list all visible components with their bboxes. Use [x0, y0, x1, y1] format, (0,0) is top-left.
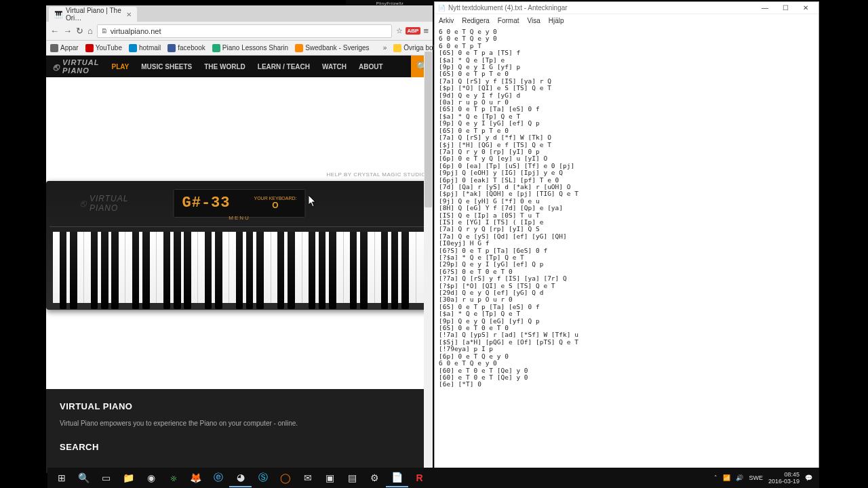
notifications-icon[interactable]: 💬: [805, 474, 812, 481]
black-key[interactable]: [163, 232, 170, 309]
logo-deco-icon: ⎋: [80, 197, 87, 209]
explorer-icon[interactable]: 📁: [117, 468, 140, 487]
address-bar[interactable]: 🗎 virtualpiano.net: [97, 24, 392, 38]
app-icon[interactable]: ▣: [319, 468, 341, 487]
maximize-icon[interactable]: ☐: [775, 4, 795, 12]
black-key[interactable]: [205, 232, 212, 309]
back-icon[interactable]: ←: [50, 26, 59, 36]
steam-icon[interactable]: ◉: [140, 468, 162, 487]
minimize-icon[interactable]: —: [755, 4, 775, 12]
close-icon[interactable]: ✕: [795, 4, 816, 12]
black-key[interactable]: [142, 232, 149, 309]
black-key[interactable]: [60, 232, 66, 309]
notepad-menubar: Arkiv Redigera Format Visa Hjälp: [435, 14, 818, 27]
nav-watch[interactable]: WATCH: [322, 63, 347, 70]
roblox-icon[interactable]: R: [408, 468, 431, 487]
black-key[interactable]: [401, 232, 408, 309]
black-key[interactable]: [309, 232, 315, 309]
file-icon: 🗎: [101, 27, 108, 35]
bookmark-swedbank[interactable]: Swedbank - Sveriges: [295, 44, 370, 52]
razer-icon[interactable]: ⨳: [162, 468, 184, 487]
site-nav: ⎋ VIRTUALPIANO PLAY MUSIC SHEETS THE WOR…: [46, 56, 433, 77]
start-button[interactable]: ⊞: [50, 468, 73, 487]
menu-arkiv[interactable]: Arkiv: [439, 17, 454, 24]
mail-icon[interactable]: ✉: [296, 468, 319, 487]
bookmark-piano-lessons[interactable]: Piano Lessons Sharin: [212, 44, 288, 52]
bookmark-facebook[interactable]: facebook: [167, 44, 205, 52]
clock-time: 08:45: [768, 471, 800, 478]
nav-the-world[interactable]: THE WORLD: [204, 63, 245, 70]
system-clock[interactable]: 08:45 2016-03-19: [768, 471, 800, 485]
black-key[interactable]: [174, 232, 180, 309]
black-key[interactable]: [215, 232, 222, 309]
piano-menu-label[interactable]: MENU: [229, 215, 250, 221]
search-icon[interactable]: 🔍: [73, 468, 95, 487]
bookmark-youtube[interactable]: YouTube: [85, 44, 122, 52]
black-key[interactable]: [91, 232, 98, 309]
home-icon[interactable]: ⌂: [87, 26, 93, 36]
black-key[interactable]: [350, 232, 357, 309]
virtualpiano-logo[interactable]: ⎋ VIRTUALPIANO: [53, 58, 99, 75]
nav-play[interactable]: PLAY: [111, 63, 129, 70]
bookmarks-bar: Appar YouTube hotmail facebook Piano Les…: [46, 41, 433, 56]
abp-badge[interactable]: ABP: [406, 27, 421, 35]
notepad-taskbar-icon[interactable]: 📄: [386, 468, 408, 487]
notepad-title: Nytt textdokument (4).txt - Anteckningar: [448, 4, 755, 12]
app-icon-2[interactable]: ▤: [341, 468, 363, 487]
system-tray[interactable]: ˄ 📶 🔊 SWE 08:45 2016-03-19 💬: [714, 471, 816, 485]
note-display-panel: G#-33 YOUR KEYBOARD: O: [174, 189, 306, 218]
reload-icon[interactable]: ↻: [76, 26, 83, 36]
close-icon[interactable]: ✕: [126, 11, 132, 18]
ie-icon[interactable]: ⓔ: [207, 468, 229, 487]
black-key[interactable]: [184, 232, 191, 309]
kb-key: O: [254, 201, 296, 210]
black-key[interactable]: [319, 232, 326, 309]
menu-format[interactable]: Format: [498, 17, 519, 24]
black-key[interactable]: [381, 232, 388, 309]
nav-music-sheets[interactable]: MUSIC SHEETS: [141, 63, 192, 70]
footer-text: Virtual Piano empowers you to experience…: [60, 420, 419, 427]
black-key[interactable]: [288, 232, 294, 309]
nav-about[interactable]: ABOUT: [359, 63, 383, 70]
browser-tab[interactable]: 🎹 Virtual Piano | The Ori… ✕: [49, 7, 137, 22]
black-key[interactable]: [70, 232, 77, 309]
black-key[interactable]: [391, 232, 398, 309]
black-key[interactable]: [236, 232, 243, 309]
tray-chevron-icon[interactable]: ˄: [714, 474, 717, 481]
notepad-textarea[interactable]: 6 0 e T Q e y 0 6 0 e T Q e y 0 6 0 e T …: [435, 27, 818, 472]
bookmark-star-icon[interactable]: ☆: [396, 26, 403, 35]
bookmark-overflow[interactable]: »: [383, 44, 387, 52]
chrome-icon[interactable]: ◕: [229, 468, 252, 487]
black-key[interactable]: [111, 232, 118, 309]
volume-icon[interactable]: 🔊: [736, 474, 743, 481]
scrollbar-vertical[interactable]: [424, 52, 433, 473]
task-view-icon[interactable]: ▭: [95, 468, 117, 487]
notepad-window: 📄 Nytt textdokument (4).txt - Anteckning…: [434, 1, 819, 472]
black-key[interactable]: [277, 232, 284, 309]
forward-icon[interactable]: →: [63, 26, 72, 36]
bookmark-appar[interactable]: Appar: [50, 44, 79, 52]
menu-visa[interactable]: Visa: [528, 17, 540, 24]
hamburger-icon[interactable]: ≡: [423, 26, 429, 36]
bm-label: facebook: [178, 44, 205, 52]
settings-icon[interactable]: ⚙: [363, 468, 386, 487]
menu-hjalp[interactable]: Hjälp: [549, 17, 564, 24]
piano-credit: HELP BY CRYSTAL MAGIC STUDIO: [327, 171, 426, 178]
nav-learn-teach[interactable]: LEARN / TEACH: [258, 63, 310, 70]
black-key[interactable]: [329, 232, 336, 309]
notepad-titlebar[interactable]: 📄 Nytt textdokument (4).txt - Anteckning…: [435, 2, 818, 14]
black-key[interactable]: [246, 232, 253, 309]
wifi-icon[interactable]: 📶: [723, 474, 730, 481]
scroll-thumb[interactable]: [425, 52, 432, 207]
chrome-window: 🎹 Virtual Piano | The Ori… ✕ ← → ↻ ⌂ 🗎 v…: [46, 5, 433, 473]
menu-redigera[interactable]: Redigera: [462, 17, 490, 24]
bookmark-hotmail[interactable]: hotmail: [129, 44, 161, 52]
black-key[interactable]: [132, 232, 139, 309]
firefox-icon[interactable]: 🦊: [184, 468, 207, 487]
skype-icon[interactable]: Ⓢ: [252, 468, 274, 487]
black-key[interactable]: [360, 232, 367, 309]
black-key[interactable]: [101, 232, 108, 309]
tray-lang[interactable]: SWE: [749, 474, 763, 481]
origin-icon[interactable]: ◯: [274, 468, 296, 487]
black-key[interactable]: [256, 232, 263, 309]
